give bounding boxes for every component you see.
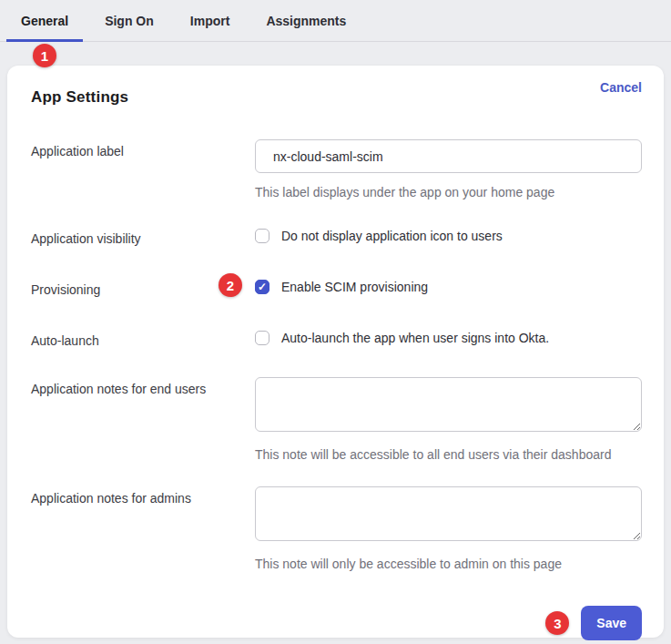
notes-end-users-control: This note will be accessible to all end … [255,377,642,463]
application-visibility-label: Application visibility [31,227,255,247]
tab-general[interactable]: General [6,0,83,41]
tab-import[interactable]: Import [176,0,245,41]
cancel-link[interactable]: Cancel [600,80,642,95]
notes-end-users-helper: This note will be accessible to all end … [255,446,642,463]
page-title: App Settings [31,88,128,107]
application-label-label: Application label [31,139,255,159]
save-button[interactable]: Save [581,606,642,640]
notes-end-users-textarea[interactable] [255,377,642,432]
provisioning-checkbox-label: Enable SCIM provisioning [281,278,428,296]
notes-admins-control: This note will only be accessible to adm… [255,486,642,572]
panel-footer: 3 Save [31,606,642,640]
panel-header: App Settings Cancel [31,80,642,107]
application-label-control: This label displays under the app on you… [255,139,642,200]
tab-general-label: General [21,14,68,28]
application-visibility-row: Application visibility Do not display ap… [31,227,642,247]
annotation-badge-2: 2 [219,273,242,297]
notes-admins-helper: This note will only be accessible to adm… [255,556,642,572]
application-visibility-control: Do not display application icon to users [255,227,642,245]
tab-sign-on[interactable]: Sign On [90,0,168,41]
auto-launch-checkbox-label: Auto-launch the app when user signs into… [281,329,549,347]
provisioning-control: 2 Enable SCIM provisioning [255,278,642,296]
notes-admins-textarea[interactable] [255,486,642,541]
notes-end-users-label: Application notes for end users [31,377,255,397]
notes-admins-label: Application notes for admins [31,486,255,506]
notes-end-users-row: Application notes for end users This not… [31,377,642,463]
application-label-helper: This label displays under the app on you… [255,184,642,200]
application-label-row: Application label This label displays un… [31,139,642,200]
annotation-badge-3: 3 [545,611,569,635]
auto-launch-checkbox[interactable] [255,331,269,345]
notes-admins-row: Application notes for admins This note w… [31,486,642,572]
auto-launch-label: Auto-launch [31,329,255,349]
tab-import-label: Import [190,14,230,28]
auto-launch-control: Auto-launch the app when user signs into… [255,329,642,347]
annotation-badge-1: 1 [33,44,56,67]
app-settings-panel: App Settings Cancel Application label Th… [7,66,664,638]
provisioning-checkbox[interactable] [255,280,269,294]
provisioning-row: Provisioning 2 Enable SCIM provisioning [31,278,642,298]
tab-bar: General Sign On Import Assignments [0,0,671,42]
application-label-input[interactable] [255,139,642,173]
tab-assignments-label: Assignments [266,14,346,28]
tab-sign-on-label: Sign On [105,14,154,28]
auto-launch-row: Auto-launch Auto-launch the app when use… [31,329,642,349]
application-visibility-checkbox[interactable] [255,229,269,243]
tab-assignments[interactable]: Assignments [251,0,361,41]
application-visibility-checkbox-label: Do not display application icon to users [281,227,503,245]
